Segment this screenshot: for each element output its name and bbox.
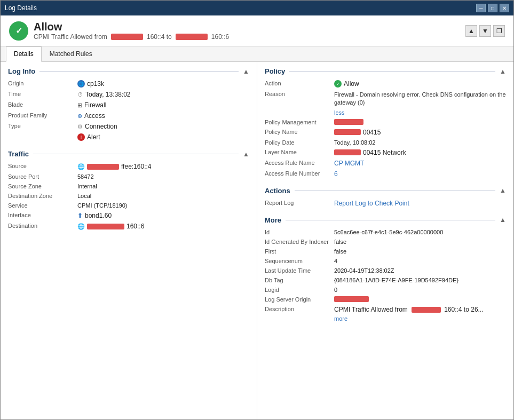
label-report-log: Report Log [265, 200, 334, 206]
header-area: ✓ Allow CPMI Traffic Allowed from 160::4… [1, 15, 513, 46]
traffic-title: Traffic [8, 150, 29, 158]
value-blade: ⊞ Firewall [77, 101, 106, 109]
policy-toggle[interactable]: ▲ [500, 68, 506, 75]
field-sequencenum: Sequencenum 4 [265, 256, 506, 266]
log-details-window: Log Details ─ □ ✕ ✓ Allow CPMI Traffic A… [0, 0, 514, 420]
left-panel: Log Info ▲ Origin 🌐 cp13k Time ⏱ [1, 62, 257, 419]
more-toggle[interactable]: ▲ [500, 216, 506, 224]
subtitle-suffix: 160::6 [211, 33, 229, 41]
value-reason: Firewall - Domain resolving error. Check… [334, 91, 506, 116]
policy-divider [289, 71, 495, 72]
label-time: Time [8, 91, 77, 97]
prev-button[interactable]: ▲ [465, 25, 477, 37]
field-layer-name: Layer Name 00415 Network [265, 147, 506, 158]
redacted-source-ip [111, 34, 143, 40]
value-id-generated: false [334, 239, 346, 245]
label-sequencenum: Sequencenum [265, 258, 334, 264]
actions-toggle[interactable]: ▲ [500, 187, 506, 194]
label-destination: Destination [8, 223, 77, 229]
maximize-button[interactable]: □ [488, 4, 497, 12]
more-section: More ▲ Id 5c6ac6ee-c67f-e4c1-5e9c-462a00… [265, 216, 506, 323]
value-db-tag: {084186A1-1A8D-E74E-A9FE-19D5492F94DE} [334, 277, 458, 283]
traffic-toggle[interactable]: ▲ [243, 150, 249, 158]
label-log-server-origin: Log Server Origin [265, 296, 334, 303]
log-info-divider [39, 71, 239, 72]
value-first: false [334, 248, 346, 255]
field-db-tag: Db Tag {084186A1-1A8D-E74E-A9FE-19D5492F… [265, 275, 506, 285]
globe-icon-source: 🌐 [77, 163, 85, 170]
report-log-link[interactable]: Report Log to Check Point [334, 200, 409, 207]
access-icon: ⊛ [77, 113, 82, 120]
actions-title: Actions [265, 187, 290, 195]
label-type: Type [8, 123, 77, 129]
field-origin: Origin 🌐 cp13k [8, 78, 249, 89]
label-destination-zone: Destination Zone [8, 193, 77, 199]
field-policy-management: Policy Management [265, 117, 506, 127]
log-info-toggle[interactable]: ▲ [243, 68, 249, 75]
minimize-button[interactable]: ─ [476, 4, 486, 12]
redacted-description [412, 307, 441, 313]
field-destination-zone: Destination Zone Local [8, 191, 249, 201]
title-bar: Log Details ─ □ ✕ [1, 1, 513, 15]
connection-icon: ⚙ [77, 123, 83, 130]
field-id: Id 5c6ac6ee-c67f-e4c1-5e9c-462a00000000 [265, 227, 506, 237]
subtitle-prefix: CPMI Traffic Allowed from [34, 33, 107, 41]
header-title-area: Allow CPMI Traffic Allowed from 160::4 t… [34, 21, 229, 41]
label-source-port: Source Port [8, 173, 77, 180]
description-more-link[interactable]: more [334, 315, 347, 322]
redacted-source [87, 164, 119, 170]
value-access-rule-number: 6 [334, 170, 338, 178]
log-info-title: Log Info [8, 67, 35, 75]
globe-icon-dest: 🌐 [77, 223, 85, 230]
field-source: Source 🌐 ffee:160::4 [8, 161, 249, 172]
field-policy-date: Policy Date Today, 10:08:02 [265, 138, 506, 147]
field-alert: ! Alert [8, 132, 249, 142]
value-sequencenum: 4 [334, 258, 337, 264]
field-time: Time ⏱ Today, 13:38:02 [8, 89, 249, 100]
field-destination: Destination 🌐 160::6 [8, 221, 249, 232]
policy-title: Policy [265, 67, 285, 75]
copy-button[interactable]: ❐ [493, 25, 505, 37]
value-time: ⏱ Today, 13:38:02 [77, 91, 131, 98]
label-access-rule-number: Access Rule Number [265, 170, 334, 177]
value-action: ✓ Allow [334, 80, 359, 88]
policy-section: Policy ▲ Action ✓ Allow Reason Fire [265, 67, 506, 179]
field-source-zone: Source Zone Internal [8, 181, 249, 191]
value-description: CPMI Traffic Allowed from 160::4 to 26..… [334, 306, 484, 322]
next-button[interactable]: ▼ [479, 25, 491, 37]
tab-details[interactable]: Details [6, 46, 42, 62]
access-rule-name-link[interactable]: CP MGMT [334, 160, 364, 167]
label-source: Source [8, 163, 77, 169]
label-layer-name: Layer Name [265, 149, 334, 155]
label-policy-name: Policy Name [265, 129, 334, 135]
tab-matched-rules[interactable]: Matched Rules [42, 46, 100, 61]
field-policy-name: Policy Name 00415 [265, 127, 506, 138]
actions-section: Actions ▲ Report Log Report Log to Check… [265, 187, 506, 209]
globe-icon-origin: 🌐 [77, 80, 85, 88]
label-reason: Reason [265, 91, 334, 97]
value-source-zone: Internal [77, 183, 97, 189]
label-origin: Origin [8, 80, 77, 86]
value-policy-date: Today, 10:08:02 [334, 139, 375, 146]
label-blade: Blade [8, 101, 77, 108]
field-description: Description CPMI Traffic Allowed from 16… [265, 304, 506, 323]
more-divider [286, 220, 495, 220]
close-button[interactable]: ✕ [500, 4, 509, 12]
value-access-rule-name: CP MGMT [334, 160, 364, 167]
actions-header: Actions ▲ [265, 187, 506, 195]
window-title: Log Details [5, 4, 37, 12]
value-destination: 🌐 160::6 [77, 223, 144, 230]
clock-icon: ⏱ [77, 91, 83, 98]
value-source-port: 58472 [77, 173, 94, 180]
value-interface: ⬆ bond1.60 [77, 212, 112, 219]
traffic-header: Traffic ▲ [8, 150, 249, 158]
redacted-dest-ip [176, 34, 208, 40]
access-rule-number-link[interactable]: 6 [334, 170, 338, 178]
value-last-update-time: 2020-04-19T12:38:02Z [334, 267, 394, 274]
value-service: CPMI (TCP/18190) [77, 202, 128, 209]
label-action: Action [265, 80, 334, 86]
field-interface: Interface ⬆ bond1.60 [8, 210, 249, 221]
less-link[interactable]: less [334, 109, 345, 116]
value-type: ⚙ Connection [77, 123, 117, 130]
label-id-generated: Id Generated By Indexer [265, 239, 334, 245]
